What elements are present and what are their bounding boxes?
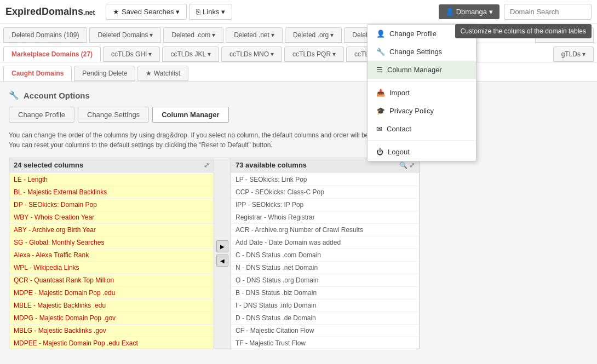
available-column-item[interactable]: LP - SEOkicks: Link Pop xyxy=(231,174,419,186)
menu-divider2 xyxy=(368,140,476,141)
tab-deleted-com[interactable]: Deleted .com ▾ xyxy=(163,27,223,43)
contact-label: Contact xyxy=(387,125,411,133)
chevron-icon: ▾ xyxy=(582,50,585,58)
available-column-item[interactable]: ACR - Archive.org Number of Crawl Result… xyxy=(231,224,419,236)
chevron-icon: ▾ xyxy=(332,50,336,58)
available-column-item[interactable]: I - DNS Status .info Domain xyxy=(231,299,419,312)
tab-deleted-domains[interactable]: Deleted Domains ▾ xyxy=(89,27,161,43)
selected-column-item[interactable]: WBY - Whois Creation Year xyxy=(9,211,214,224)
selected-column-item[interactable]: SG - Global: Monthly Searches xyxy=(9,236,214,249)
account-options-header: 🔧 Account Options xyxy=(9,90,588,100)
selected-column-item[interactable]: WPL - Wikipedia Links xyxy=(9,262,214,274)
user-menu-button[interactable]: 👤 Dbmanga ▾ xyxy=(439,4,500,19)
tab-gtlds[interactable]: gTLDs ▾ xyxy=(553,47,594,62)
dropdown-logout[interactable]: ⏻ Logout xyxy=(368,143,476,161)
selected-column-item[interactable]: MBLG - Majestic Backlinks .gov xyxy=(9,325,214,337)
links-button[interactable]: ⎘ Links ▾ xyxy=(189,4,232,20)
selected-columns-list[interactable]: LE - LengthBL - Majestic External Backli… xyxy=(9,172,214,349)
selected-column-item[interactable]: Alexa - Alexa Traffic Rank xyxy=(9,249,214,262)
tab-cctlds-pqr[interactable]: ccTLDs PQR ▾ xyxy=(284,47,344,62)
menu-divider1 xyxy=(368,81,476,82)
available-column-item[interactable]: TF - Majestic Trust Flow xyxy=(231,337,419,349)
available-columns-panel: 73 available columns 🔍 ⤢ LP - SEOkicks: … xyxy=(231,158,420,349)
available-column-item[interactable]: IPP - SEOkicks: IP Pop xyxy=(231,199,419,211)
user-icon: 👤 xyxy=(445,8,454,16)
chevron-icon: ▾ xyxy=(148,50,152,58)
available-column-item[interactable]: D - DNS Status .de Domain xyxy=(231,312,419,325)
selected-column-item[interactable]: LE - Length xyxy=(9,174,214,186)
chevron-down-icon: ▾ xyxy=(489,8,493,16)
tab-cctlds-jkl[interactable]: ccTLDs JKL ▾ xyxy=(162,47,219,62)
tab-watchlist[interactable]: ★ Watchlist xyxy=(137,66,188,81)
chevron-icon: ▾ xyxy=(208,50,211,58)
selected-count-label: 24 selected columns xyxy=(14,161,83,169)
tab-deleted-net[interactable]: Deleted .net ▾ xyxy=(226,27,283,43)
selected-column-item[interactable]: MBLE - Majestic Backlinks .edu xyxy=(9,299,214,312)
nav-tabs-3: Caught Domains Pending Delete ★ Watchlis… xyxy=(0,62,597,82)
dropdown-import[interactable]: 📥 Import xyxy=(368,84,476,102)
logo: ExpiredDomains.net xyxy=(5,6,95,18)
domain-search-input[interactable] xyxy=(504,4,592,20)
logout-label: Logout xyxy=(388,148,410,156)
tab-deleted-domains-count[interactable]: Deleted Domains (109) xyxy=(3,27,87,43)
tab-change-profile[interactable]: Change Profile xyxy=(9,107,74,123)
grid-icon: ☰ xyxy=(376,66,383,74)
links-label: ⎘ Links xyxy=(196,8,219,16)
available-count-label: 73 available columns xyxy=(236,161,307,169)
move-left-button[interactable]: ◀ xyxy=(216,255,228,267)
import-icon: 📥 xyxy=(376,89,385,97)
selected-column-item[interactable]: MDPE - Majestic Domain Pop .edu xyxy=(9,287,214,299)
search-icon: 🔍 ⤢ xyxy=(399,161,415,169)
available-column-item[interactable]: N - DNS Status .net Domain xyxy=(231,262,419,274)
wrench-icon: 🔧 xyxy=(9,90,19,100)
tab-pending-delete[interactable]: Pending Delete xyxy=(74,66,135,81)
selected-column-item[interactable]: MDPG - Majestic Domain Pop .gov xyxy=(9,312,214,325)
selected-column-item[interactable]: ABY - Archive.org Birth Year xyxy=(9,224,214,236)
available-column-item[interactable]: Add Date - Date Domain was added xyxy=(231,236,419,249)
logo-red: Expired xyxy=(5,6,42,17)
available-column-item[interactable]: O - DNS Status .org Domain xyxy=(231,274,419,287)
available-column-item[interactable]: B - DNS Status .biz Domain xyxy=(231,287,419,299)
column-manager: 24 selected columns ⤢ LE - LengthBL - Ma… xyxy=(9,158,588,349)
chevron-icon: ▾ xyxy=(271,50,274,58)
tab-change-settings[interactable]: Change Settings xyxy=(78,107,149,123)
expand-icon: ⤢ xyxy=(204,161,209,169)
available-column-item[interactable]: CCP - SEOkicks: Class-C Pop xyxy=(231,186,419,199)
chevron-down-icon: ▾ xyxy=(176,8,180,16)
available-columns-list[interactable]: LP - SEOkicks: Link PopCCP - SEOkicks: C… xyxy=(231,172,419,349)
move-right-button[interactable]: ▶ xyxy=(216,240,228,252)
available-column-item[interactable]: Registrar - Whois Registrar xyxy=(231,211,419,224)
dropdown-contact[interactable]: ✉ Contact xyxy=(368,120,476,138)
change-settings-label: Change Settings xyxy=(389,48,442,56)
transfer-arrows: ▶ ◀ xyxy=(214,158,231,349)
selected-column-item[interactable]: QCR - Quantcast Rank Top Million xyxy=(9,274,214,287)
import-label: Import xyxy=(389,89,410,97)
tab-caught-domains[interactable]: Caught Domains xyxy=(3,66,72,81)
person-icon: 👤 xyxy=(376,30,385,38)
available-column-item[interactable]: C - DNS Status .com Domain xyxy=(231,249,419,262)
selected-column-item[interactable]: MDPEE - Majestic Domain Pop .edu Exact xyxy=(9,337,214,349)
chevron-icon: ▾ xyxy=(150,31,153,39)
dropdown-privacy-policy[interactable]: 🎓 Privacy Policy xyxy=(368,102,476,120)
column-manager-label: Column Manager xyxy=(387,66,442,74)
dropdown-column-manager[interactable]: ☰ Column Manager xyxy=(368,61,476,79)
main-content: 🔧 Account Options Change Profile Change … xyxy=(0,82,597,358)
chevron-down-icon: ▾ xyxy=(221,8,225,16)
selected-column-item[interactable]: DP - SEOkicks: Domain Pop xyxy=(9,199,214,211)
tab-marketplace-domains[interactable]: Marketplace Domains (27) xyxy=(3,47,101,62)
header-right: 👤 Dbmanga ▾ xyxy=(439,4,592,20)
available-column-item[interactable]: CF - Majestic Citation Flow xyxy=(231,325,419,337)
saved-searches-button[interactable]: ★ Saved Searches ▾ xyxy=(106,4,187,20)
power-icon: ⏻ xyxy=(376,148,383,156)
privacy-policy-label: Privacy Policy xyxy=(389,107,434,115)
column-manager-tooltip: Customize the colums of the domain table… xyxy=(455,24,592,38)
graduation-icon: 🎓 xyxy=(376,107,385,115)
dropdown-change-settings[interactable]: 🔧 Change Settings xyxy=(368,43,476,61)
description-line2: You can reset your columns to the defaul… xyxy=(9,140,588,150)
tab-column-manager[interactable]: Column Manager xyxy=(152,107,228,123)
tab-deleted-org[interactable]: Deleted .org ▾ xyxy=(285,27,342,43)
tab-cctlds-mno[interactable]: ccTLDs MNO ▾ xyxy=(221,47,282,62)
selected-column-item[interactable]: BL - Majestic External Backlinks xyxy=(9,186,214,199)
tab-cctlds-ghi[interactable]: ccTLDs GHI ▾ xyxy=(103,47,160,62)
chevron-icon: ▾ xyxy=(212,31,215,39)
